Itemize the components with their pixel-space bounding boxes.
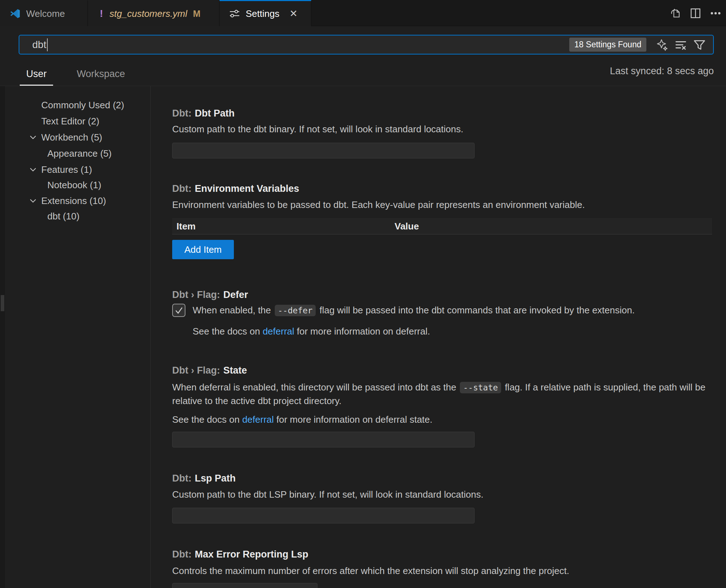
toc-item-appearance[interactable]: Appearance (5)	[47, 147, 112, 160]
vscode-logo-icon	[10, 8, 20, 19]
ai-search-icon[interactable]	[656, 39, 668, 51]
search-value: dbt	[32, 39, 46, 51]
setting-title-dbt-path: Dbt:Dbt Path	[172, 108, 235, 119]
tab-welcome[interactable]: Welcome	[0, 0, 88, 26]
deferral-link[interactable]: deferral	[263, 326, 294, 337]
column-header-value: Value	[395, 221, 419, 232]
code-chip-defer: --defer	[275, 305, 316, 316]
max-error-reporting-lsp-input[interactable]	[172, 583, 317, 588]
setting-desc-lsp-path: Custom path to the dbt LSP binary. If no…	[172, 488, 484, 501]
settings-toc: Commonly Used (2) Text Editor (2) Workbe…	[5, 86, 151, 588]
close-icon[interactable]: ✕	[289, 9, 298, 19]
defer-description: When enabled, the --defer flag will be p…	[193, 304, 635, 317]
tab-label: Settings	[246, 8, 279, 19]
last-synced-status: Last synced: 8 secs ago	[610, 66, 714, 77]
text-cursor	[47, 38, 48, 51]
toc-item-text-editor[interactable]: Text Editor (2)	[41, 115, 99, 128]
setting-desc-dbt-path: Custom path to the dbt binary. If not se…	[172, 123, 463, 136]
code-chip-state: --state	[460, 382, 501, 393]
tab-label: Welcome	[26, 8, 65, 19]
left-gutter	[0, 86, 5, 588]
clear-filters-icon[interactable]	[675, 39, 687, 51]
toc-item-extensions[interactable]: Extensions (10)	[41, 194, 106, 207]
git-modified-badge: M	[193, 9, 201, 19]
setting-desc-max-error-reporting-lsp: Controls the maximum number of errors af…	[172, 564, 569, 578]
deferral-link[interactable]: deferral	[242, 414, 274, 425]
open-changes-icon[interactable]	[670, 8, 681, 19]
env-vars-table-header: Item Value	[172, 218, 712, 234]
toc-item-workbench[interactable]: Workbench (5)	[41, 131, 102, 144]
toc-item-features[interactable]: Features (1)	[41, 163, 92, 176]
toc-item-dbt[interactable]: dbt (10)	[47, 210, 80, 223]
chevron-down-icon[interactable]	[30, 135, 36, 140]
editor-tab-bar: Welcome ! stg_customers.yml M Settings ✕	[0, 0, 726, 26]
tab-settings[interactable]: Settings ✕	[220, 0, 311, 26]
settings-sliders-icon	[229, 8, 240, 19]
filter-icon[interactable]	[693, 39, 706, 51]
state-docs-note: See the docs on deferral for more inform…	[172, 413, 433, 426]
setting-title-lsp-path: Dbt:Lsp Path	[172, 473, 236, 484]
defer-checkbox[interactable]	[172, 304, 185, 317]
defer-docs-note: See the docs on deferral for more inform…	[193, 325, 430, 338]
dbt-path-input[interactable]	[172, 143, 475, 158]
scope-tab-user[interactable]: User	[20, 68, 53, 86]
gutter-thumb[interactable]	[1, 295, 4, 311]
scope-tab-workspace[interactable]: Workspace	[70, 68, 132, 86]
setting-title-state: Dbt › Flag:State	[172, 365, 247, 376]
setting-title-environment-variables: Dbt:Environment Variables	[172, 183, 299, 194]
setting-title-max-error-reporting-lsp: Dbt:Max Error Reporting Lsp	[172, 549, 308, 560]
lsp-path-input[interactable]	[172, 508, 475, 523]
tab-stg-customers-yml[interactable]: ! stg_customers.yml M	[88, 0, 220, 26]
more-actions-icon[interactable]	[710, 8, 721, 19]
state-input[interactable]	[172, 432, 475, 447]
settings-search-input[interactable]: dbt 18 Settings Found	[19, 35, 714, 54]
split-editor-icon[interactable]	[690, 8, 701, 19]
setting-desc-state: When deferral is enabled, this directory…	[172, 381, 712, 408]
chevron-down-icon[interactable]	[30, 167, 36, 172]
column-header-item: Item	[176, 221, 195, 232]
tab-label: stg_customers.yml	[109, 8, 187, 19]
toc-item-commonly-used[interactable]: Commonly Used (2)	[41, 99, 124, 112]
results-count-badge: 18 Settings Found	[569, 38, 646, 52]
add-item-button[interactable]: Add Item	[172, 240, 234, 259]
chevron-down-icon[interactable]	[30, 198, 36, 203]
settings-editor-body: Commonly Used (2) Text Editor (2) Workbe…	[0, 86, 726, 588]
toc-item-notebook[interactable]: Notebook (1)	[47, 179, 101, 191]
problem-indicator-icon: !	[100, 8, 103, 19]
settings-scope-row: User Workspace Last synced: 8 secs ago	[0, 59, 726, 86]
setting-desc-environment-variables: Environment variables to be passed to db…	[172, 198, 585, 212]
editor-actions	[670, 0, 721, 26]
checkmark-icon	[174, 306, 184, 315]
setting-title-defer: Dbt › Flag:Defer	[172, 289, 248, 300]
